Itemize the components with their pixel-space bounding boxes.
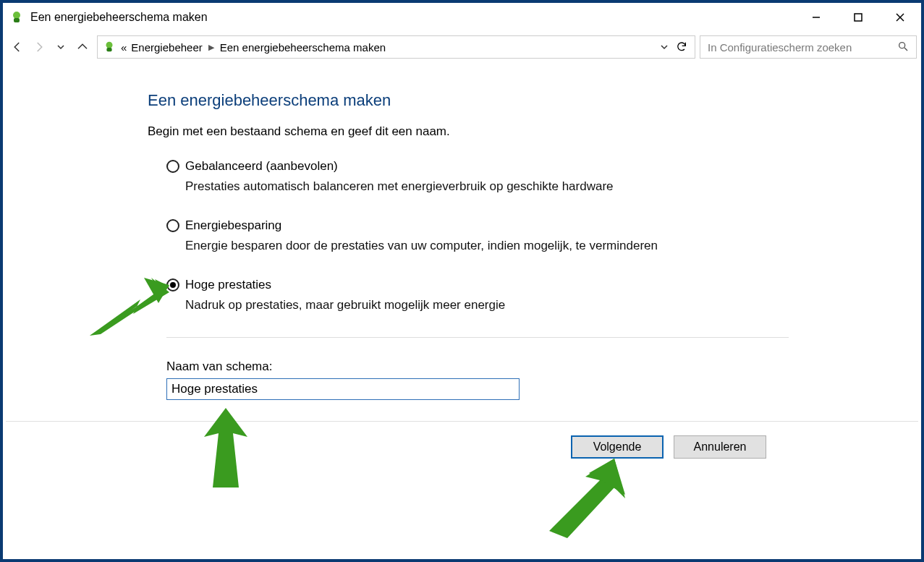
option-description: Energie besparen door de prestaties van … bbox=[185, 239, 921, 253]
page-title: Een energiebeheerschema maken bbox=[148, 91, 921, 110]
option-label: Hoge prestaties bbox=[185, 278, 271, 292]
address-bar[interactable]: « Energiebeheer ▶ Een energiebeheerschem… bbox=[97, 35, 695, 59]
option-label: Gebalanceerd (aanbevolen) bbox=[185, 159, 338, 174]
window-title: Een energiebeheerschema maken bbox=[30, 11, 795, 24]
nav-row: « Energiebeheer ▶ Een energiebeheerschem… bbox=[3, 32, 921, 62]
radio-powersaver[interactable] bbox=[166, 219, 179, 232]
minimize-button[interactable] bbox=[795, 3, 837, 32]
maximize-button[interactable] bbox=[837, 3, 879, 32]
option-description: Nadruk op prestaties, maar gebruikt moge… bbox=[185, 298, 921, 312]
refresh-button[interactable] bbox=[676, 41, 687, 54]
back-button[interactable] bbox=[7, 37, 27, 57]
option-label: Energiebesparing bbox=[185, 218, 281, 233]
main-content: Een energiebeheerschema maken Begin met … bbox=[3, 62, 921, 400]
radio-highperf[interactable] bbox=[166, 278, 179, 291]
address-icon bbox=[102, 40, 116, 54]
chevron-right-icon: ▶ bbox=[208, 43, 214, 52]
recent-locations-button[interactable] bbox=[51, 37, 71, 57]
option-highperf[interactable]: Hoge prestaties Nadruk op prestaties, ma… bbox=[166, 278, 921, 312]
search-input[interactable] bbox=[706, 41, 897, 54]
forward-button[interactable] bbox=[29, 37, 49, 57]
search-icon[interactable] bbox=[897, 41, 910, 54]
breadcrumb-item[interactable]: Een energiebeheerschema maken bbox=[220, 41, 386, 54]
svg-rect-1 bbox=[14, 18, 20, 22]
svg-line-9 bbox=[904, 48, 907, 51]
breadcrumb-prefix: « bbox=[121, 41, 127, 54]
plan-name-label: Naam van schema: bbox=[166, 359, 921, 374]
cancel-button[interactable]: Annuleren bbox=[674, 435, 766, 459]
svg-rect-3 bbox=[855, 14, 862, 21]
svg-rect-7 bbox=[106, 48, 111, 51]
plan-name-input[interactable] bbox=[166, 378, 520, 400]
divider bbox=[166, 337, 789, 338]
page-subtitle: Begin met een bestaand schema en geef di… bbox=[148, 124, 921, 139]
titlebar: Een energiebeheerschema maken bbox=[3, 3, 921, 32]
option-description: Prestaties automatisch balanceren met en… bbox=[185, 179, 921, 194]
radio-balanced[interactable] bbox=[166, 160, 179, 173]
app-icon bbox=[9, 9, 25, 25]
next-button[interactable]: Volgende bbox=[571, 435, 664, 459]
window-controls bbox=[795, 3, 921, 32]
breadcrumb-item[interactable]: Energiebeheer bbox=[131, 41, 202, 54]
option-powersaver[interactable]: Energiebesparing Energie besparen door d… bbox=[166, 218, 921, 253]
svg-point-6 bbox=[106, 42, 113, 48]
svg-point-0 bbox=[13, 12, 20, 19]
search-box[interactable] bbox=[700, 35, 917, 59]
address-dropdown-button[interactable] bbox=[660, 41, 669, 54]
close-button[interactable] bbox=[879, 3, 921, 32]
option-balanced[interactable]: Gebalanceerd (aanbevolen) Prestaties aut… bbox=[166, 159, 921, 194]
up-button[interactable] bbox=[72, 37, 93, 57]
svg-point-8 bbox=[899, 43, 905, 48]
bottom-bar: Volgende Annuleren bbox=[6, 421, 918, 472]
